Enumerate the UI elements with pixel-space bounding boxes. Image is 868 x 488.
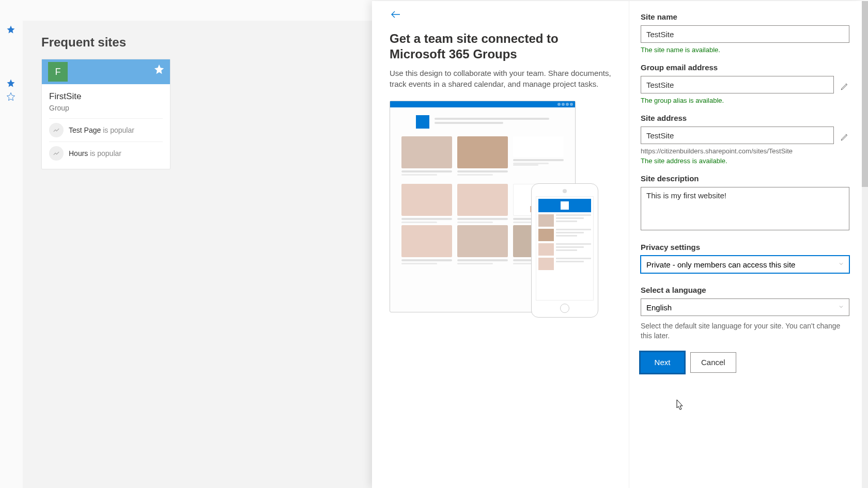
cancel-button[interactable]: Cancel xyxy=(690,352,736,373)
group-email-input[interactable] xyxy=(641,76,834,93)
site-card-subtitle: Group xyxy=(49,104,163,112)
activity-suffix: is popular xyxy=(88,149,121,158)
site-name-label: Site name xyxy=(641,12,849,21)
team-site-illustration xyxy=(390,101,598,323)
trend-icon xyxy=(49,146,64,161)
activity-suffix: is popular xyxy=(101,126,134,134)
site-card-title: FirstSite xyxy=(49,91,163,102)
group-email-validation: The group alias is available. xyxy=(641,97,849,104)
language-label: Select a language xyxy=(641,286,849,294)
privacy-label: Privacy settings xyxy=(641,243,849,251)
site-address-label: Site address xyxy=(641,114,849,122)
pencil-icon[interactable] xyxy=(840,82,849,91)
site-address-input[interactable] xyxy=(641,127,834,144)
language-hint: Select the default site language for you… xyxy=(641,321,849,341)
activity-name: Hours xyxy=(69,149,88,158)
scrollbar-thumb[interactable] xyxy=(862,1,868,187)
activity-item[interactable]: Hours is popular xyxy=(49,141,163,165)
side-rail xyxy=(0,21,23,105)
site-address-url: https://citizenbuilders.sharepoint.com/s… xyxy=(641,147,849,155)
site-description-textarea[interactable] xyxy=(641,187,849,230)
activity-item[interactable]: Test Page is popular xyxy=(49,118,163,141)
star-outline-icon xyxy=(6,92,16,101)
pencil-icon[interactable] xyxy=(840,132,849,141)
star-icon xyxy=(6,78,16,88)
create-site-panel: Get a team site connected to Microsoft 3… xyxy=(372,1,863,488)
privacy-select[interactable]: Private - only members can access this s… xyxy=(641,256,849,273)
site-avatar: F xyxy=(48,62,68,82)
next-button[interactable]: Next xyxy=(641,352,684,373)
site-address-validation: The site address is available. xyxy=(641,157,849,165)
site-description-label: Site description xyxy=(641,174,849,183)
panel-heading: Get a team site connected to Microsoft 3… xyxy=(390,31,613,62)
trend-icon xyxy=(49,123,64,137)
activity-name: Test Page xyxy=(69,126,101,134)
site-card[interactable]: F FirstSite Group Test Page is popular H… xyxy=(41,59,171,169)
scrollbar[interactable] xyxy=(862,1,868,488)
panel-description: Use this design to collaborate with your… xyxy=(390,68,613,89)
group-email-label: Group email address xyxy=(641,63,849,72)
language-select[interactable]: English xyxy=(641,298,849,316)
site-name-validation: The site name is available. xyxy=(641,46,849,54)
back-arrow-icon[interactable] xyxy=(390,8,402,21)
star-icon[interactable] xyxy=(153,64,165,75)
star-icon xyxy=(6,25,16,34)
site-name-input[interactable] xyxy=(641,25,849,43)
